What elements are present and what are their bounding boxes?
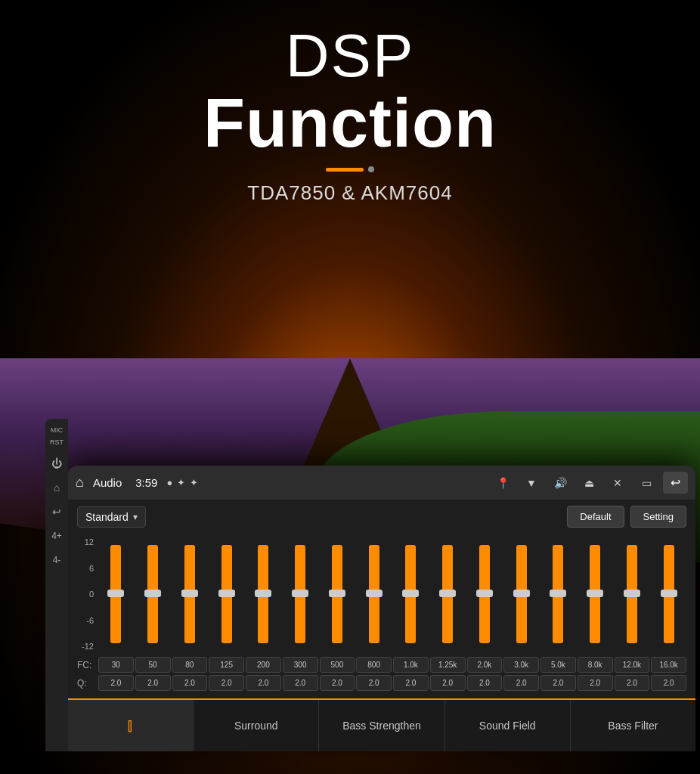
side-panel: MIC RST ⏻ ⌂ ↩ 4+ 4- bbox=[45, 419, 68, 751]
preset-selector[interactable]: Standard ▾ bbox=[77, 506, 146, 528]
tab-sound-field[interactable]: Sound Field bbox=[445, 700, 571, 751]
fc-value-13[interactable]: 8.0k bbox=[578, 657, 613, 673]
tab-surround[interactable]: Surround bbox=[194, 700, 319, 751]
fc-value-5[interactable]: 300 bbox=[283, 657, 318, 673]
q-value-2[interactable]: 2.0 bbox=[172, 675, 208, 691]
back-button[interactable]: ↩ bbox=[663, 472, 688, 494]
eq-slider-handle-9[interactable] bbox=[439, 590, 456, 597]
q-value-15[interactable]: 2.0 bbox=[651, 675, 686, 691]
default-button[interactable]: Default bbox=[567, 506, 624, 528]
fc-value-7[interactable]: 800 bbox=[356, 657, 392, 673]
eq-slider-handle-0[interactable] bbox=[107, 590, 124, 597]
q-value-3[interactable]: 2.0 bbox=[209, 675, 244, 691]
eq-slider-4[interactable] bbox=[246, 534, 281, 655]
q-value-4[interactable]: 2.0 bbox=[246, 675, 281, 691]
q-value-13[interactable]: 2.0 bbox=[578, 675, 613, 691]
mic-button[interactable]: MIC bbox=[47, 425, 67, 435]
eq-slider-11[interactable] bbox=[503, 534, 539, 655]
eq-slider-8[interactable] bbox=[393, 534, 429, 655]
q-value-6[interactable]: 2.0 bbox=[320, 675, 355, 691]
fc-value-4[interactable]: 200 bbox=[246, 657, 281, 673]
q-value-1[interactable]: 2.0 bbox=[135, 675, 171, 691]
eq-slider-0[interactable] bbox=[98, 534, 134, 655]
power-button[interactable]: ⏻ bbox=[47, 452, 67, 475]
dsp-title: DSP bbox=[0, 23, 700, 89]
q-value-8[interactable]: 2.0 bbox=[393, 675, 429, 691]
q-value-14[interactable]: 2.0 bbox=[615, 675, 650, 691]
eq-slider-14[interactable] bbox=[615, 534, 650, 655]
fc-value-0[interactable]: 30 bbox=[98, 657, 134, 673]
fc-value-15[interactable]: 16.0k bbox=[651, 657, 686, 673]
back-side-button[interactable]: ↩ bbox=[47, 500, 67, 523]
eq-sliders-section: 12 6 0 -6 -12 bbox=[77, 534, 686, 655]
tab-bass-strengthen[interactable]: Bass Strengthen bbox=[319, 700, 444, 751]
eq-slider-9[interactable] bbox=[430, 534, 466, 655]
volume-icon[interactable]: 🔊 bbox=[550, 472, 571, 494]
eq-slider-13[interactable] bbox=[578, 534, 613, 655]
location-icon[interactable]: 📍 bbox=[492, 472, 513, 494]
q-value-5[interactable]: 2.0 bbox=[283, 675, 318, 691]
vol-up-button[interactable]: 4+ bbox=[47, 525, 67, 547]
eq-slider-7[interactable] bbox=[356, 534, 392, 655]
eq-slider-handle-8[interactable] bbox=[402, 590, 419, 597]
eq-slider-handle-10[interactable] bbox=[476, 590, 493, 597]
bass-strengthen-tab-label: Bass Strengthen bbox=[342, 720, 421, 732]
close-icon[interactable]: ✕ bbox=[607, 472, 628, 494]
setting-button[interactable]: Setting bbox=[630, 506, 686, 528]
q-value-12[interactable]: 2.0 bbox=[540, 675, 576, 691]
fc-value-12[interactable]: 5.0k bbox=[540, 657, 576, 673]
eq-slider-12[interactable] bbox=[540, 534, 576, 655]
fc-value-6[interactable]: 500 bbox=[320, 657, 355, 673]
eq-slider-handle-13[interactable] bbox=[587, 590, 603, 597]
q-value-0[interactable]: 2.0 bbox=[98, 675, 134, 691]
window-icon[interactable]: ▭ bbox=[636, 472, 657, 494]
eq-slider-handle-2[interactable] bbox=[181, 590, 198, 597]
fc-value-8[interactable]: 1.0k bbox=[393, 657, 429, 673]
fc-value-14[interactable]: 12.0k bbox=[615, 657, 650, 673]
eq-slider-handle-4[interactable] bbox=[255, 590, 271, 597]
eq-slider-handle-5[interactable] bbox=[292, 590, 308, 597]
tab-bass-filter[interactable]: Bass Filter bbox=[571, 700, 695, 751]
q-value-10[interactable]: 2.0 bbox=[467, 675, 503, 691]
eq-slider-15[interactable] bbox=[651, 534, 686, 655]
home-button[interactable]: ⌂ bbox=[76, 475, 84, 491]
title-decoration bbox=[0, 166, 700, 172]
eq-slider-handle-14[interactable] bbox=[624, 590, 640, 597]
eq-slider-1[interactable] bbox=[135, 534, 171, 655]
fc-value-2[interactable]: 80 bbox=[172, 657, 208, 673]
preset-label: Standard bbox=[85, 511, 129, 523]
eq-slider-10[interactable] bbox=[467, 534, 503, 655]
eq-slider-handle-1[interactable] bbox=[144, 590, 161, 597]
eq-slider-handle-6[interactable] bbox=[329, 590, 345, 597]
eq-slider-handle-12[interactable] bbox=[550, 590, 566, 597]
fc-values: 3050801252003005008001.0k1.25k2.0k3.0k5.… bbox=[98, 657, 686, 673]
eq-slider-5[interactable] bbox=[283, 534, 318, 655]
fc-value-9[interactable]: 1.25k bbox=[430, 657, 466, 673]
q-value-11[interactable]: 2.0 bbox=[503, 675, 539, 691]
q-value-9[interactable]: 2.0 bbox=[430, 675, 466, 691]
vol-down-button[interactable]: 4- bbox=[47, 549, 67, 571]
eq-slider-handle-15[interactable] bbox=[661, 590, 677, 597]
eject-icon[interactable]: ⏏ bbox=[578, 472, 599, 494]
eq-y-axis: 12 6 0 -6 -12 bbox=[77, 534, 98, 655]
eq-slider-2[interactable] bbox=[172, 534, 208, 655]
fc-value-1[interactable]: 50 bbox=[135, 657, 171, 673]
q-values: 2.02.02.02.02.02.02.02.02.02.02.02.02.02… bbox=[98, 675, 686, 691]
fc-value-11[interactable]: 3.0k bbox=[503, 657, 539, 673]
eq-slider-handle-11[interactable] bbox=[513, 590, 530, 597]
nav-right-icons: 📍 ▼ 🔊 ⏏ ✕ ▭ bbox=[492, 472, 657, 494]
fc-value-3[interactable]: 125 bbox=[209, 657, 244, 673]
eq-slider-3[interactable] bbox=[209, 534, 244, 655]
home-side-button[interactable]: ⌂ bbox=[47, 476, 67, 499]
fc-value-10[interactable]: 2.0k bbox=[467, 657, 503, 673]
q-value-7[interactable]: 2.0 bbox=[356, 675, 392, 691]
subtitle: TDA7850 & AKM7604 bbox=[0, 181, 700, 205]
eq-slider-handle-7[interactable] bbox=[366, 590, 383, 597]
rst-button[interactable]: RST bbox=[47, 437, 67, 447]
fc-label: FC: bbox=[77, 660, 98, 670]
y-label-n6: -6 bbox=[77, 616, 94, 625]
eq-slider-handle-3[interactable] bbox=[218, 590, 235, 597]
dropdown-icon[interactable]: ▼ bbox=[521, 472, 542, 494]
eq-slider-6[interactable] bbox=[320, 534, 355, 655]
tab-equalizer[interactable]: ⫿ bbox=[68, 700, 194, 751]
